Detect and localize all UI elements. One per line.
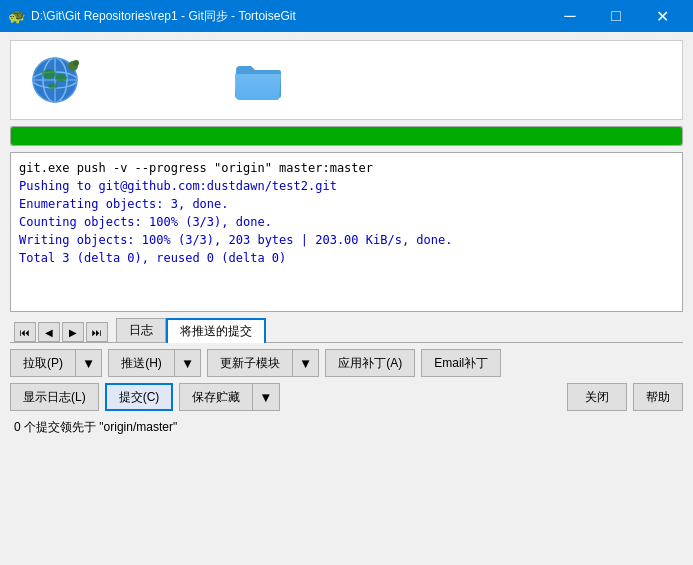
log-line: Enumerating objects: 3, done. <box>19 195 674 213</box>
push-arrow[interactable]: ▼ <box>175 349 201 377</box>
help-button[interactable]: 帮助 <box>633 383 683 411</box>
tab-log[interactable]: 日志 <box>116 318 166 342</box>
minimize-button[interactable]: ─ <box>547 0 593 32</box>
apply-patch-button[interactable]: 应用补丁(A) <box>325 349 415 377</box>
window-title: D:\Git\Git Repositories\rep1 - Git同步 - T… <box>31 8 547 25</box>
push-button[interactable]: 推送(H) <box>108 349 175 377</box>
tab-nav-next[interactable]: ▶ <box>62 322 84 342</box>
tab-pending-commits[interactable]: 将推送的提交 <box>166 318 266 343</box>
svg-point-10 <box>73 60 79 66</box>
tab-nav-prev[interactable]: ◀ <box>38 322 60 342</box>
save-stash-arrow[interactable]: ▼ <box>253 383 279 411</box>
globe-icon <box>27 52 83 108</box>
log-line: Counting objects: 100% (3/3), done. <box>19 213 674 231</box>
tab-nav-controls: ⏮ ◀ ▶ ⏭ <box>14 322 108 342</box>
pull-group: 拉取(P) ▼ <box>10 349 102 377</box>
push-group: 推送(H) ▼ <box>108 349 201 377</box>
tabs-area: ⏮ ◀ ▶ ⏭ 日志 将推送的提交 <box>10 318 683 343</box>
buttons-row-2: 显示日志(L) 提交(C) 保存贮藏 ▼ 关闭 帮助 <box>10 383 683 411</box>
pull-arrow[interactable]: ▼ <box>76 349 102 377</box>
title-bar: 🐢 D:\Git\Git Repositories\rep1 - Git同步 -… <box>0 0 693 32</box>
save-stash-button[interactable]: 保存贮藏 <box>179 383 253 411</box>
progress-bar <box>11 127 682 145</box>
status-bar: 0 个提交领先于 "origin/master" <box>10 417 683 438</box>
email-patch-button[interactable]: Email补丁 <box>421 349 501 377</box>
update-submodule-arrow[interactable]: ▼ <box>293 349 319 377</box>
icon-area <box>10 40 683 120</box>
folder-icon <box>233 58 283 102</box>
svg-point-7 <box>55 74 67 82</box>
tab-nav-first[interactable]: ⏮ <box>14 322 36 342</box>
close-button[interactable]: ✕ <box>639 0 685 32</box>
close-button-main[interactable]: 关闭 <box>567 383 627 411</box>
pull-button[interactable]: 拉取(P) <box>10 349 76 377</box>
progress-container <box>10 126 683 146</box>
log-line: Total 3 (delta 0), reused 0 (delta 0) <box>19 249 674 267</box>
log-line: Pushing to git@github.com:dustdawn/test2… <box>19 177 674 195</box>
svg-point-6 <box>42 69 56 79</box>
update-submodule-button[interactable]: 更新子模块 <box>207 349 293 377</box>
update-submodule-group: 更新子模块 ▼ <box>207 349 319 377</box>
tab-nav-last[interactable]: ⏭ <box>86 322 108 342</box>
log-line: git.exe push -v --progress "origin" mast… <box>19 159 674 177</box>
app-icon: 🐢 <box>8 8 25 24</box>
window-controls: ─ □ ✕ <box>547 0 685 32</box>
show-log-button[interactable]: 显示日志(L) <box>10 383 99 411</box>
status-text: 0 个提交领先于 "origin/master" <box>14 420 177 434</box>
log-line: Writing objects: 100% (3/3), 203 bytes |… <box>19 231 674 249</box>
log-area[interactable]: git.exe push -v --progress "origin" mast… <box>10 152 683 312</box>
svg-point-8 <box>48 83 58 89</box>
save-stash-group: 保存贮藏 ▼ <box>179 383 279 411</box>
buttons-row-1: 拉取(P) ▼ 推送(H) ▼ 更新子模块 ▼ 应用补丁(A) Email补丁 <box>10 349 683 377</box>
commit-button[interactable]: 提交(C) <box>105 383 174 411</box>
maximize-button[interactable]: □ <box>593 0 639 32</box>
main-content: git.exe push -v --progress "origin" mast… <box>0 32 693 446</box>
